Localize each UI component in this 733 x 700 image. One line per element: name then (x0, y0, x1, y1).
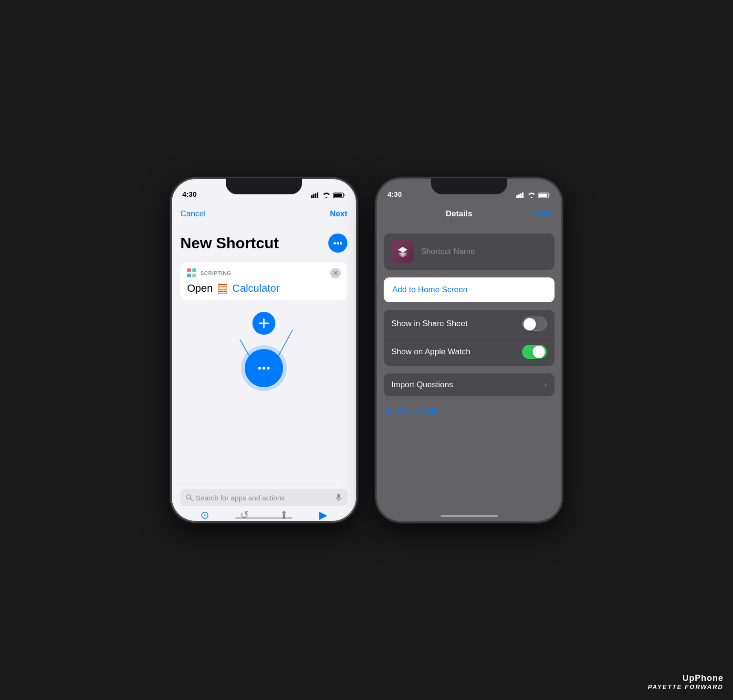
watermark-upphone: UpPhone (648, 673, 723, 683)
left-phone-frame: 4:30 (171, 178, 357, 522)
right-nav-bar: Details Done (376, 202, 562, 226)
toolbar-icons: ⊙ ↺ ⬆ ▶ (171, 506, 357, 521)
search-icon (186, 494, 193, 501)
svg-rect-24 (522, 192, 524, 198)
dots-icon-main (258, 367, 270, 370)
right-screen: 4:30 (376, 178, 562, 522)
scripting-label: SCRIPTING (200, 270, 231, 276)
icon-sq-3 (187, 274, 191, 277)
shortcut-title: New Shortcut (180, 234, 279, 252)
left-nav-bar: Cancel Next (171, 202, 357, 226)
svg-rect-23 (520, 193, 522, 198)
share-sheet-toggle-knob (524, 318, 536, 330)
right-signal-icon (516, 192, 525, 198)
svg-rect-6 (334, 194, 342, 197)
shortcut-name-input[interactable]: Shortcut Name (421, 247, 475, 256)
import-questions-label: Import Questions (391, 380, 545, 390)
signal-icon (311, 192, 320, 198)
plus-btn-wrapper (180, 312, 347, 344)
svg-rect-22 (518, 194, 520, 198)
svg-point-8 (337, 242, 339, 244)
import-questions-row[interactable]: Import Questions › (384, 373, 555, 396)
calculator-icon: 🧮 (217, 283, 229, 294)
help-link-section: Shortcuts Help (376, 406, 562, 415)
right-content: Shortcut Name Add to Home Screen Show in… (376, 226, 562, 522)
right-status-icons (516, 192, 551, 198)
add-to-home-screen-row[interactable]: Add to Home Screen (384, 277, 555, 302)
svg-line-18 (190, 498, 192, 500)
svg-rect-5 (344, 194, 345, 196)
recents-tab-icon[interactable]: ↺ (240, 509, 249, 521)
svg-rect-27 (539, 194, 547, 197)
left-screen: 4:30 (171, 178, 357, 522)
svg-rect-0 (311, 195, 313, 198)
share-sheet-label: Show in Share Sheet (391, 319, 516, 329)
scripting-close-button[interactable]: ✕ (330, 268, 341, 278)
shortcut-app-icon (391, 240, 414, 263)
watermark: UpPhone PAYETTE FORWARD (648, 673, 723, 690)
svg-rect-19 (337, 494, 340, 498)
next-button[interactable]: Next (330, 209, 347, 219)
options-button-top[interactable] (328, 233, 347, 253)
svg-rect-21 (516, 195, 518, 198)
right-battery-icon (538, 192, 551, 198)
right-status-time: 4:30 (387, 190, 402, 198)
scripting-header: SCRIPTING ✕ (187, 268, 341, 278)
search-bar[interactable]: Search for apps and actions (180, 489, 347, 506)
apple-watch-label: Show on Apple Watch (391, 347, 516, 357)
apple-watch-toggle[interactable] (522, 345, 547, 359)
left-status-icons (311, 192, 346, 198)
toggle-section: Show in Share Sheet Show on Apple Watch (384, 310, 555, 366)
svg-point-14 (258, 367, 261, 370)
left-status-time: 4:30 (182, 190, 197, 198)
svg-point-9 (340, 242, 342, 244)
import-section: Import Questions › (384, 373, 555, 396)
svg-point-15 (262, 367, 265, 370)
share-tab-icon[interactable]: ⬆ (280, 509, 288, 521)
title-row: New Shortcut (180, 233, 347, 253)
dots-icon-top (334, 242, 342, 244)
right-phone-frame: 4:30 (376, 178, 562, 522)
icon-sq-1 (187, 268, 191, 272)
share-sheet-toggle[interactable] (522, 317, 547, 331)
chevron-right-icon: › (545, 381, 547, 389)
run-tab-icon[interactable]: ▶ (319, 509, 327, 521)
search-placeholder-text: Search for apps and actions (196, 494, 285, 502)
svg-rect-2 (315, 193, 316, 198)
page-wrapper: 4:30 (171, 178, 562, 522)
right-notch (431, 178, 507, 194)
shortcuts-tab-icon[interactable]: ⊙ (200, 509, 209, 521)
scripting-icon (187, 268, 197, 278)
layers-icon (396, 245, 409, 258)
svg-rect-26 (549, 194, 550, 196)
svg-point-16 (267, 367, 270, 370)
icon-sq-4 (192, 274, 196, 277)
icon-sq-2 (192, 268, 196, 272)
apple-watch-row[interactable]: Show on Apple Watch (384, 338, 555, 366)
left-home-indicator (235, 517, 293, 519)
done-button[interactable]: Done (533, 209, 553, 219)
svg-rect-3 (317, 192, 318, 198)
bottom-toolbar: Search for apps and actions ⊙ ↺ ⬆ ▶ (171, 484, 357, 522)
details-title: Details (386, 209, 533, 219)
watermark-payetteforward: PAYETTE FORWARD (648, 683, 723, 690)
options-button-main[interactable] (245, 349, 283, 387)
add-home-text: Add to Home Screen (392, 285, 468, 294)
battery-icon (333, 192, 346, 198)
right-home-indicator (440, 515, 498, 517)
open-label: Open (187, 282, 213, 295)
add-action-button[interactable] (252, 312, 275, 335)
scripting-content: Open 🧮 Calculator (187, 282, 341, 295)
shortcuts-help-link[interactable]: Shortcuts Help (385, 406, 438, 415)
share-sheet-row[interactable]: Show in Share Sheet (384, 310, 555, 338)
wifi-icon (323, 192, 330, 198)
scripting-card: SCRIPTING ✕ Open 🧮 Calculator (180, 262, 347, 300)
left-content: New Shortcut (171, 226, 357, 484)
calculator-label[interactable]: Calculator (232, 282, 280, 295)
cancel-button[interactable]: Cancel (180, 209, 206, 219)
shortcut-name-row[interactable]: Shortcut Name (384, 233, 555, 270)
svg-point-7 (334, 242, 336, 244)
mic-icon (336, 494, 342, 501)
svg-rect-1 (313, 194, 314, 198)
plus-icon (259, 318, 269, 329)
